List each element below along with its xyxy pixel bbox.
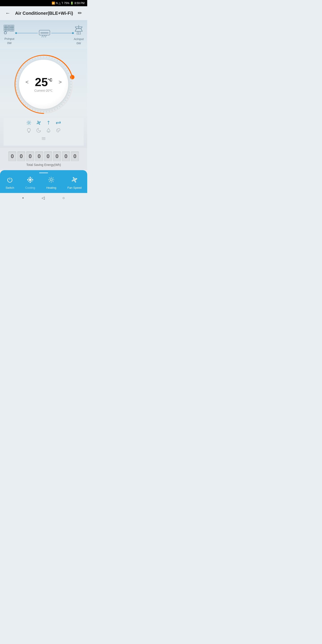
svg-line-50 — [52, 58, 52, 59]
temp-value: 25 — [35, 76, 48, 88]
svg-point-138 — [50, 179, 52, 181]
eco-mode-icon[interactable] — [56, 128, 61, 134]
svg-line-144 — [53, 181, 54, 182]
svg-line-52 — [57, 60, 58, 61]
ac-line — [51, 33, 73, 33]
svg-line-74 — [52, 110, 52, 111]
svg-line-81 — [32, 109, 33, 110]
svg-line-113 — [30, 124, 31, 124]
svg-line-48 — [46, 56, 47, 58]
nav-heating-label: Heating — [46, 186, 56, 190]
back-button[interactable]: ← — [4, 10, 11, 17]
turbo-mode-icon[interactable] — [41, 135, 46, 142]
svg-line-112 — [27, 121, 28, 122]
svg-line-29 — [44, 35, 44, 37]
battery-icon: 🔋 — [70, 2, 74, 5]
edit-button[interactable]: ✏ — [77, 10, 83, 17]
nav-fanspeed-label: Fan Speed — [67, 186, 82, 190]
svg-line-66 — [68, 95, 69, 96]
nav-cooling[interactable]: Cooling — [22, 176, 38, 190]
svg-line-53 — [60, 62, 60, 62]
ac-unit-item — [39, 30, 50, 40]
snowflake-icon — [27, 176, 34, 185]
svg-line-143 — [49, 178, 50, 178]
temp-unit: °C — [48, 78, 52, 82]
nav-fanspeed[interactable]: A Fan Speed — [64, 176, 84, 190]
svg-line-76 — [46, 111, 47, 112]
swing-mode-icon[interactable] — [56, 120, 61, 127]
svg-rect-25 — [39, 30, 50, 35]
svg-line-22 — [6, 34, 7, 34]
svg-line-28 — [42, 35, 43, 37]
grid-icon — [74, 24, 84, 36]
svg-line-54 — [62, 63, 62, 64]
current-temp: Current-20℃ — [34, 89, 53, 92]
moon-mode-icon[interactable] — [36, 128, 41, 134]
solar-panel-icon — [4, 25, 15, 36]
svg-line-68 — [65, 100, 66, 101]
ac-label: AcInput — [74, 37, 84, 41]
fan-speed-icon: A — [71, 176, 78, 185]
svg-line-70 — [62, 104, 62, 105]
svg-line-98 — [21, 68, 22, 69]
svg-line-103 — [32, 58, 33, 60]
nav-handle — [0, 172, 87, 173]
signal-icon: ⅂ — [62, 2, 63, 5]
svg-line-83 — [27, 106, 28, 107]
temperature-dial[interactable]: // This will be done via the inline scri… — [12, 53, 75, 116]
pv-label: PvInput — [4, 37, 14, 40]
svg-line-80 — [35, 110, 35, 111]
svg-line-71 — [60, 106, 60, 107]
android-nav-bar: ▪ ◁ ○ — [0, 193, 87, 203]
heating-sun-icon — [48, 176, 54, 185]
svg-line-65 — [69, 92, 70, 93]
dry-mode-icon[interactable] — [46, 128, 51, 134]
svg-line-105 — [38, 57, 38, 58]
dial-inner: < 25 °C > Current-20℃ — [19, 60, 68, 109]
svg-line-58 — [68, 73, 69, 73]
bottom-nav: Switch Cooling — [0, 170, 87, 193]
back-nav-button[interactable]: ◁ — [40, 194, 46, 201]
svg-line-56 — [65, 68, 66, 69]
fan-mode-icon[interactable]: A — [36, 120, 41, 127]
battery-percent: 75% — [64, 2, 69, 5]
svg-line-102 — [30, 60, 30, 61]
light-mode-icon[interactable] — [26, 128, 32, 134]
nav-cooling-label: Cooling — [25, 186, 35, 190]
home-button[interactable]: ○ — [60, 195, 67, 201]
svg-line-21 — [4, 32, 5, 32]
svg-line-84 — [25, 104, 26, 105]
svg-line-101 — [27, 62, 28, 62]
nav-switch[interactable]: Switch — [3, 176, 17, 190]
svg-point-107 — [28, 122, 30, 124]
digit-2: 0 — [17, 152, 25, 161]
ac-unit-icon — [39, 30, 50, 40]
ac-value: 0W — [76, 42, 81, 45]
svg-text:A: A — [75, 178, 76, 179]
svg-line-63 — [70, 87, 72, 88]
sun-mode-icon[interactable] — [26, 120, 32, 127]
svg-line-95 — [17, 76, 18, 76]
recent-apps-button[interactable]: ▪ — [20, 195, 26, 201]
svg-line-51 — [54, 58, 55, 60]
wifi-icon: △ — [58, 2, 60, 5]
energy-counter-label: Total Saving Energy(Wh) — [26, 163, 61, 166]
mode-row-2 — [26, 128, 61, 134]
temp-controls: < 25 °C > — [24, 76, 64, 88]
mode-icons-section: A — [4, 118, 84, 146]
temp-decrease-button[interactable]: < — [24, 78, 30, 86]
svg-line-67 — [67, 98, 68, 98]
svg-line-87 — [19, 98, 20, 98]
temp-increase-button[interactable]: > — [57, 78, 64, 86]
speed1-mode-icon[interactable] — [46, 120, 51, 127]
svg-line-42 — [77, 31, 77, 34]
svg-line-79 — [38, 110, 38, 112]
svg-line-72 — [57, 108, 58, 109]
bluetooth-icon: 📶 — [52, 2, 55, 5]
nav-heating[interactable]: Heating — [44, 176, 59, 190]
svg-line-94 — [16, 78, 18, 79]
grid-item: AcInput 0W — [74, 24, 84, 45]
svg-line-106 — [41, 56, 41, 58]
mode-row-1: A — [26, 120, 61, 127]
svg-line-146 — [49, 181, 50, 182]
